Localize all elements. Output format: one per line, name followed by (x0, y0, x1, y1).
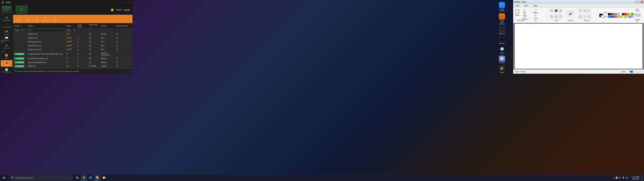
row-status-cell[interactable]: ✓ Enabled (13, 57, 26, 60)
taskbar-paint-app[interactable]: 🎨 (94, 175, 100, 181)
color1-selector[interactable] (599, 13, 603, 17)
select-button[interactable]: ⬚ Select (532, 8, 539, 13)
taskbar-vortex-app[interactable]: ⚡ (81, 175, 87, 181)
filter-flags-cell[interactable]: Select (65, 29, 76, 32)
color-swatch[interactable] (617, 15, 620, 18)
start-button[interactable]: ⊞ (0, 175, 8, 181)
logout-link[interactable]: Log out (124, 9, 130, 11)
filter-name-input[interactable] (27, 29, 64, 32)
color-swatch[interactable] (613, 13, 615, 15)
shape-triangle[interactable]: △ (578, 14, 582, 18)
color-swatch[interactable] (610, 15, 612, 18)
paint-canvas[interactable] (515, 24, 642, 69)
paint-tab-view[interactable]: View (531, 4, 540, 7)
deploy-icon[interactable]: ⬆ (116, 57, 118, 60)
color-swatch[interactable] (615, 13, 617, 15)
paste-button[interactable]: 📋 Paste (514, 8, 521, 18)
filter-flags-select[interactable]: Select (66, 29, 76, 32)
maximize-button[interactable]: □ (126, 1, 128, 3)
toolbar-btn-translate[interactable]: T Translate (51, 15, 59, 22)
color-swatch[interactable] (620, 15, 622, 18)
color-swatch[interactable] (622, 13, 624, 15)
desktop-icon-steam[interactable]: 💨 Steam (498, 45, 506, 55)
sidebar-item-games[interactable]: 🎮 GAMES (1, 29, 12, 36)
crop-button[interactable]: ⊹ Crop (532, 13, 539, 18)
paint-canvas-area[interactable] (513, 23, 644, 69)
zoom-slider[interactable] (629, 70, 643, 73)
text-tool[interactable]: A (558, 9, 562, 13)
taskbar-explorer-app[interactable]: 📁 (101, 175, 107, 181)
copy-button[interactable]: ⎘ Copy (521, 12, 528, 15)
color-swatch[interactable] (632, 13, 634, 15)
tray-battery-icon[interactable]: 🔋 (622, 177, 624, 179)
tray-arrow-icon[interactable]: ▲ (613, 177, 614, 179)
desktop-icon-destiny[interactable]: ◈ Destiny 2 (498, 35, 506, 45)
toolbar-btn-deploy[interactable]: ⬆ Deploy Mods (42, 15, 50, 22)
edit-with-paint3d-button[interactable]: Edit withPaint 3D (634, 13, 642, 18)
taskbar-search-bar[interactable]: 🔍 Type here to search (10, 175, 73, 180)
color-swatch[interactable] (627, 15, 629, 18)
cut-button[interactable]: ✂ Cut (521, 9, 528, 12)
minimize-button[interactable]: ─ (123, 1, 125, 3)
sidebar-item-plugins[interactable]: 🔌 PLUGINS (1, 60, 12, 67)
sidebar-item-downloads[interactable]: ↓ DOWNLOADS (1, 22, 12, 29)
brush-tool[interactable]: 🖌 (567, 10, 574, 17)
deploy-icon[interactable]: ⬆ (116, 48, 118, 51)
sidebar-item-settings[interactable]: ⚙ SETTINGS (1, 43, 12, 50)
edit-colors-button[interactable]: Editcolors (634, 8, 641, 13)
sidebar-item-savegames[interactable]: 💾 SAVE GAMES (1, 67, 12, 74)
color-swatch[interactable] (608, 13, 610, 15)
color-swatch[interactable] (613, 15, 615, 18)
fill-tool[interactable]: ⬛ (554, 9, 558, 13)
shape-rect[interactable]: ▭ (582, 9, 587, 13)
color-swatch[interactable] (620, 13, 622, 15)
sidebar-item-dashboard[interactable]: ⊞ DASHBOARD (1, 15, 12, 22)
row-status-cell[interactable]: ✓ Enabled (13, 64, 26, 68)
color-swatch[interactable] (627, 13, 629, 15)
eraser-tool[interactable]: ◻ (550, 14, 554, 18)
desktop-icon-vortex[interactable]: ⚡ Vortex (498, 65, 506, 74)
paint-maximize-btn[interactable]: □ (638, 1, 640, 3)
toolbar-btn-getmore[interactable]: ＋ Get More (24, 15, 32, 22)
tray-network-icon[interactable]: 📶 (616, 177, 618, 179)
color-swatch[interactable] (610, 13, 612, 15)
deploy-icon[interactable]: ⬆ (116, 61, 118, 64)
close-button[interactable]: ✕ (129, 1, 131, 3)
deploy-icon[interactable]: ⬆ (116, 40, 118, 43)
desktop-icon-discord[interactable]: 💬 Discord (498, 55, 506, 64)
status-badge[interactable]: ✓ Enabled (14, 61, 24, 63)
sidebar-item-mods[interactable]: 📦 MODS (1, 53, 12, 60)
pencil-tool[interactable]: ✏ (550, 9, 554, 13)
toolbar-btn-help[interactable]: ? Help (32, 15, 41, 22)
color-swatch[interactable] (622, 15, 624, 18)
color-swatch[interactable] (608, 15, 610, 18)
sidebar-item-knowledge[interactable]: 📖 KNOWLEDGE BASE (1, 36, 12, 43)
plugins-container[interactable]: Status ▲ Name ▲ Flags ▲ Load Order ▲ Mod… (13, 23, 132, 69)
deploy-icon[interactable]: ⬆ (116, 33, 118, 35)
row-status-cell[interactable]: ✓ Enabled (13, 51, 26, 57)
deploy-icon[interactable]: ⬆ (116, 65, 118, 67)
desktop-icon-chrome[interactable]: 🌐 Google Chrome (498, 1, 506, 12)
deploy-icon[interactable]: ⬆ (116, 44, 118, 47)
shape-arrow[interactable]: → (582, 14, 587, 18)
task-view-button[interactable]: ⧉ (74, 175, 80, 181)
shape-star[interactable]: ☆ (587, 14, 591, 18)
col-flags[interactable]: Flags ▲ (65, 23, 76, 29)
filter-name-cell[interactable] (26, 29, 65, 32)
paint-tab-home[interactable]: Home (522, 4, 531, 7)
row-status-cell[interactable]: ✓ Enabled (13, 60, 26, 64)
notification-icon[interactable]: 🔔 (110, 8, 114, 11)
taskbar-clock[interactable]: 11:27 AM 1/6/2019 (632, 176, 639, 180)
color-swatch[interactable] (632, 15, 634, 18)
col-modindex[interactable]: Mod Index ▲ (88, 23, 100, 29)
magnify-tool[interactable]: 🔍 (558, 14, 562, 18)
color-swatch[interactable] (624, 15, 626, 18)
shape-line[interactable]: ╱ (578, 9, 582, 13)
shape-ellipse[interactable]: ○ (587, 9, 591, 13)
status-badge[interactable]: ✓ Enabled (14, 53, 24, 55)
col-status[interactable]: Status ▲ (13, 23, 26, 29)
paint-tab-file[interactable]: File (514, 4, 521, 7)
color-swatch[interactable] (617, 13, 620, 15)
status-badge[interactable]: ✓ Enabled (14, 65, 24, 67)
desktop-icon-tactic[interactable]: ⚙ Tactic.net (498, 26, 506, 35)
